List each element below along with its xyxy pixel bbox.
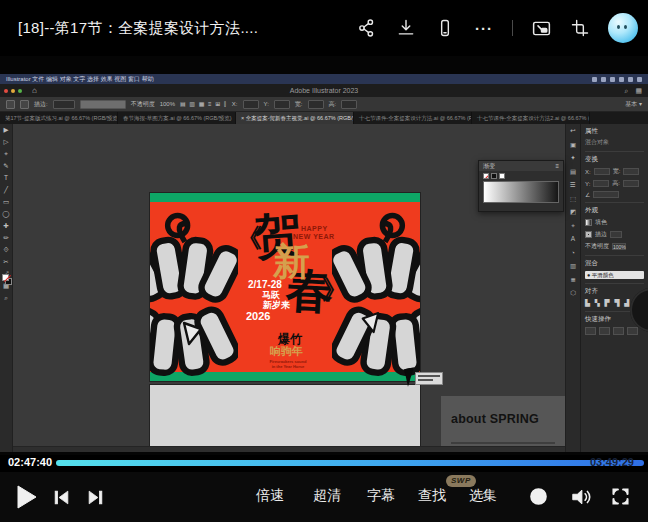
header-right-icons: ⌕ ▦ xyxy=(624,87,642,95)
fullscreen-icon[interactable] xyxy=(610,486,631,507)
menu-items[interactable]: Illustrator 文件 编辑 对象 文字 选择 效果 视图 窗口 帮助 xyxy=(6,74,154,84)
lamp-off-icon[interactable] xyxy=(528,486,549,507)
download-icon[interactable] xyxy=(395,17,417,39)
video-frame[interactable]: Illustrator 文件 编辑 对象 文字 选择 效果 视图 窗口 帮助 ⌂… xyxy=(0,56,648,455)
tools-panel-left[interactable]: ▶ ▷ ⌖ ✎ T ╱ ▭ ◯ ✚ ✏ ⟐ ✂ ⤢ ▦ ⌕ xyxy=(0,124,13,452)
style-input[interactable] xyxy=(80,100,126,109)
gradient-swatches[interactable] xyxy=(483,173,563,179)
prop-y-label: Y: xyxy=(585,181,590,187)
speed-button[interactable]: 倍速 xyxy=(256,487,284,505)
blend-mode-dropdown[interactable]: ● 平滑颜色 xyxy=(585,271,644,279)
black-swatch[interactable] xyxy=(491,173,497,179)
picture-in-picture-icon[interactable] xyxy=(530,17,552,39)
rotate-screen-icon[interactable] xyxy=(569,17,591,39)
current-time: 02:47:40 xyxy=(8,456,52,468)
more-options-icon[interactable]: ··· xyxy=(473,17,495,39)
workspace-layout-icon[interactable]: ▦ xyxy=(635,87,642,95)
panel-menu-icon[interactable]: ≡ xyxy=(555,161,559,171)
appearance-fill-swatch[interactable] xyxy=(585,219,592,226)
document-tab-active[interactable]: × 全案提案-贺新春主视觉.ai @ 66.67% (RGB/预览) xyxy=(236,112,354,124)
fill-color-swatch[interactable] xyxy=(2,274,9,281)
w-input[interactable] xyxy=(308,100,324,109)
align-buttons-row[interactable]: ▙ ▚ ▛ ▜ ▟ xyxy=(585,299,631,307)
char-xin: 新 xyxy=(273,243,310,280)
properties-subtitle: 混合对象 xyxy=(585,138,644,147)
gradient-panel[interactable]: 渐变 ≡ xyxy=(478,160,564,212)
share-icon[interactable] xyxy=(356,17,378,39)
control-bar: 描边: 不透明度 100% ▤ ▥ ▦ ≡ ⊞ ⫿ X: Y: 宽: 高: 基本… xyxy=(0,97,648,112)
progress-bar[interactable] xyxy=(56,460,644,466)
document-tab[interactable]: 十七节课件-全案提案设计方法.ai @ 66.67% (RGB/预览) xyxy=(354,112,472,124)
h-input[interactable] xyxy=(341,100,357,109)
opacity-prop-label: 不透明度 xyxy=(585,242,609,251)
x-input[interactable] xyxy=(243,100,259,109)
properties-panel: 属性 混合对象 变换 X: 宽: Y: 高: ∠ xyxy=(580,124,648,452)
bracket-right-text: 》 xyxy=(322,277,348,303)
prop-y-input[interactable] xyxy=(593,180,609,187)
appearance-stroke-swatch[interactable] xyxy=(585,231,592,238)
properties-title: 属性 xyxy=(585,127,644,136)
subtitle-button[interactable]: 字幕 xyxy=(367,487,395,505)
opacity-prop-value[interactable]: 100% xyxy=(612,243,626,250)
player-top-bar: [18]--第17节：全案提案设计方法.... ··· xyxy=(0,0,648,56)
macos-menu-bar: Illustrator 文件 编辑 对象 文字 选择 效果 视图 窗口 帮助 xyxy=(0,74,648,84)
poster-tagline: Firecrackers sound in the Year Horse xyxy=(258,360,318,370)
xiang-ju-nian-text: 响驹年 xyxy=(270,346,303,357)
search-icon[interactable]: ⌕ xyxy=(624,87,628,95)
quality-button[interactable]: 超清 xyxy=(313,487,341,505)
prop-h-label: 高: xyxy=(612,179,620,188)
stroke-swatch-control[interactable] xyxy=(20,100,29,109)
document-tab[interactable]: 第17节-提案版式练习.ai @ 66.67% (RGB/预览) xyxy=(0,112,118,124)
gradient-panel-title: 渐变 xyxy=(483,161,495,171)
app-title-bar: ⌂ Adobe Illustrator 2023 ⌕ ▦ xyxy=(0,84,648,97)
fill-stroke-indicator[interactable] xyxy=(2,274,12,285)
opacity-value[interactable]: 100% xyxy=(160,101,175,107)
white-swatch[interactable] xyxy=(499,173,505,179)
baozhu-text: 爆竹 xyxy=(278,333,302,345)
document-tab[interactable]: 十七节课件-全案提案设计方法2.ai @ 66.67% (RGB/预览) xyxy=(472,112,590,124)
none-swatch[interactable] xyxy=(483,173,489,179)
user-avatar[interactable] xyxy=(608,13,638,43)
xin-sui-lai-text: 新岁来 xyxy=(263,301,290,310)
previous-episode-button[interactable] xyxy=(52,488,71,507)
episodes-button[interactable]: 选集 xyxy=(469,487,497,505)
right-tool-icons[interactable]: ↩ ▣ ✦ ▤ ☰ ⬚ ◩ ⌖ A ◔ ▥ ≣ ⬡ xyxy=(566,124,580,300)
stroke-input[interactable] xyxy=(53,100,75,109)
swp-badge: SWP xyxy=(446,475,476,487)
document-tabs: 第17节-提案版式练习.ai @ 66.67% (RGB/预览) 春节海报-草图… xyxy=(0,112,648,124)
player-controls: 倍速 超清 字幕 查找 SWP 选集 xyxy=(0,472,648,522)
find-button[interactable]: 查找 xyxy=(418,487,446,505)
video-player: [18]--第17节：全案提案设计方法.... ··· xyxy=(0,0,648,522)
appearance-stroke-input[interactable] xyxy=(610,231,622,238)
top-bar-divider xyxy=(512,20,513,36)
workspace: ▶ ▷ ⌖ ✎ T ╱ ▭ ◯ ✚ ✏ ⟐ ✂ ⤢ ▦ ⌕ xyxy=(0,124,648,452)
fill-swatch-control[interactable] xyxy=(6,100,15,109)
prop-w-label: 宽: xyxy=(613,167,621,176)
prop-h-input[interactable] xyxy=(623,180,639,187)
y-input[interactable] xyxy=(274,100,290,109)
w-label: 宽: xyxy=(295,100,303,109)
gradient-preview[interactable] xyxy=(483,181,559,203)
document-tab[interactable]: 春节海报-草图方案.ai @ 66.67% (RGB/预览) xyxy=(118,112,236,124)
prop-w-input[interactable] xyxy=(623,168,639,175)
second-artboard[interactable] xyxy=(150,385,420,452)
prop-x-input[interactable] xyxy=(594,168,610,175)
system-tray-icons xyxy=(592,74,642,84)
confetti-curl-right xyxy=(360,311,380,335)
poster-artboard[interactable]: 《 贺 新 春 》 HAPPY NEW YEAR 2/17-28 马跃 新岁来 … xyxy=(150,193,420,381)
prop-angle-input[interactable] xyxy=(593,191,619,198)
volume-icon[interactable] xyxy=(570,486,592,508)
play-button[interactable] xyxy=(14,484,38,510)
mobile-phone-icon[interactable] xyxy=(434,17,456,39)
progress-row: 02:47:40 03:49:29 xyxy=(0,455,648,472)
tools-panel-right[interactable]: ↩ ▣ ✦ ▤ ☰ ⬚ ◩ ⌖ A ◔ ▥ ≣ ⬡ xyxy=(565,124,580,452)
prop-x-label: X: xyxy=(585,169,591,175)
top-icon-group: ··· xyxy=(356,0,638,56)
quick-action-buttons[interactable] xyxy=(585,327,644,335)
align-buttons[interactable]: ▤ ▥ ▦ ≡ ⊞ ⫿ xyxy=(180,100,227,108)
opacity-label: 不透明度 xyxy=(131,100,155,109)
y-label: Y: xyxy=(264,101,269,107)
x-label: X: xyxy=(232,101,238,107)
workspace-switcher[interactable]: 基本 ▾ xyxy=(625,100,642,109)
next-episode-button[interactable] xyxy=(86,488,105,507)
